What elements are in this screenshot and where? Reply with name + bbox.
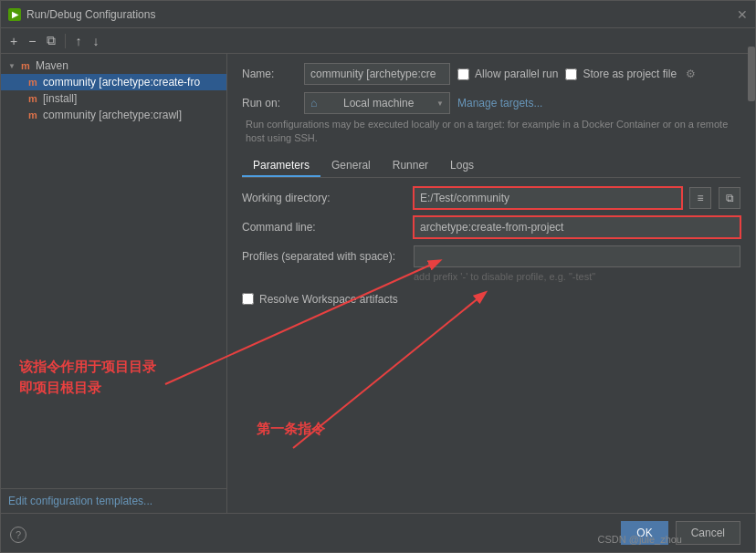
allow-parallel-row: Allow parallel run xyxy=(457,68,558,80)
sidebar-footer: Edit configuration templates... xyxy=(1,488,226,513)
add-config-button[interactable]: + xyxy=(6,32,21,50)
dialog-icon: ▶ xyxy=(8,8,21,21)
run-on-dropdown[interactable]: ⌂ Local machine ▼ xyxy=(304,92,450,114)
browse-folder-button[interactable]: ≡ xyxy=(689,187,711,209)
maven-section-header[interactable]: ▼ m Maven xyxy=(1,57,226,74)
allow-parallel-label: Allow parallel run xyxy=(475,68,558,80)
manage-targets-link[interactable]: Manage targets... xyxy=(457,97,542,110)
close-button[interactable]: ✕ xyxy=(737,8,748,21)
move-down-button[interactable]: ↓ xyxy=(89,32,102,50)
resolve-workspace-label: Resolve Workspace artifacts xyxy=(259,293,398,306)
dropdown-chevron: ▼ xyxy=(436,99,444,108)
maven-item-icon-1: m xyxy=(26,76,39,89)
cancel-button[interactable]: Cancel xyxy=(676,521,740,545)
store-gear-icon: ⚙ xyxy=(686,68,696,80)
move-up-button[interactable]: ↑ xyxy=(71,32,85,50)
run-debug-dialog: ▶ Run/Debug Configurations ✕ + − ⧉ ↑ ↓ ▼… xyxy=(0,0,756,553)
run-on-row: Run on: ⌂ Local machine ▼ Manage targets… xyxy=(242,92,740,114)
run-on-label: Run on: xyxy=(242,97,297,110)
store-as-project-checkbox[interactable] xyxy=(565,68,577,80)
sidebar: ▼ m Maven m community [archetype:create-… xyxy=(1,54,227,513)
name-input[interactable] xyxy=(304,63,450,85)
copy-config-button[interactable]: ⧉ xyxy=(43,31,59,50)
tab-runner[interactable]: Runner xyxy=(382,155,439,177)
maven-expand-arrow: ▼ xyxy=(8,62,16,70)
question-mark-area: ? xyxy=(10,527,26,543)
title-bar: ▶ Run/Debug Configurations ✕ xyxy=(1,1,755,28)
config-item-install[interactable]: m [install] xyxy=(1,90,226,107)
maven-item-icon-3: m xyxy=(26,109,39,121)
config-item-label-1: community [archetype:create-fro xyxy=(43,76,200,89)
dropdown-home-icon: ⌂ xyxy=(310,97,317,110)
config-item-community-crawl[interactable]: m community [archetype:crawl] xyxy=(1,107,226,123)
config-item-community-create[interactable]: m community [archetype:create-fro xyxy=(1,74,226,90)
edit-templates-link[interactable]: Edit configuration templates... xyxy=(8,495,152,507)
help-button[interactable]: ? xyxy=(10,527,26,543)
toolbar: + − ⧉ ↑ ↓ xyxy=(1,28,755,54)
name-row: Name: Allow parallel run Store as projec… xyxy=(242,63,740,85)
config-tree: ▼ m Maven m community [archetype:create-… xyxy=(1,54,226,488)
store-as-project-row: Store as project file ⚙ xyxy=(565,68,696,80)
allow-parallel-checkbox[interactable] xyxy=(457,68,469,80)
scrollbar-track xyxy=(748,54,755,513)
remove-config-button[interactable]: − xyxy=(25,32,39,50)
tab-logs[interactable]: Logs xyxy=(439,155,485,177)
maven-item-icon-2: m xyxy=(26,92,39,105)
insert-macro-button[interactable]: ⧉ xyxy=(719,187,740,209)
parameters-form: Working directory: ≡ ⧉ Command line: Pro… xyxy=(242,187,740,306)
command-line-input[interactable] xyxy=(414,216,740,238)
working-directory-label: Working directory: xyxy=(242,192,406,204)
command-line-label: Command line: xyxy=(242,221,406,234)
name-label: Name: xyxy=(242,68,297,80)
store-as-project-label: Store as project file xyxy=(583,68,677,80)
working-directory-row: Working directory: ≡ ⧉ xyxy=(242,187,740,209)
csdn-watermark: CSDN @jule_zhou xyxy=(598,534,683,545)
config-item-label-2: [install] xyxy=(43,92,77,105)
working-directory-input[interactable] xyxy=(414,187,682,209)
maven-section-label: Maven xyxy=(36,59,68,72)
run-on-value: Local machine xyxy=(343,97,414,110)
tab-parameters[interactable]: Parameters xyxy=(242,155,320,177)
maven-icon: m xyxy=(19,59,32,72)
profiles-label: Profiles (separated with space): xyxy=(242,250,406,263)
config-item-label-3: community [archetype:crawl] xyxy=(43,109,182,121)
main-content: ▼ m Maven m community [archetype:create-… xyxy=(1,54,755,513)
resolve-workspace-checkbox[interactable] xyxy=(242,293,254,305)
dialog-footer: ? OK Cancel CSDN @jule_zhou xyxy=(1,513,755,552)
help-text: Run configurations may be executed local… xyxy=(242,118,740,146)
right-panel: Name: Allow parallel run Store as projec… xyxy=(227,54,755,513)
profiles-input[interactable] xyxy=(414,245,740,267)
profiles-hint: add prefix '-' to disable profile, e.g. … xyxy=(414,271,740,282)
tabs: Parameters General Runner Logs xyxy=(242,155,740,178)
tab-general[interactable]: General xyxy=(320,155,382,177)
toolbar-separator xyxy=(65,34,66,48)
profiles-row: Profiles (separated with space): xyxy=(242,245,740,267)
command-line-row: Command line: xyxy=(242,216,740,238)
scrollbar-thumb[interactable] xyxy=(748,54,755,101)
resolve-workspace-row: Resolve Workspace artifacts xyxy=(242,293,740,306)
dialog-title: Run/Debug Configurations xyxy=(26,8,155,21)
